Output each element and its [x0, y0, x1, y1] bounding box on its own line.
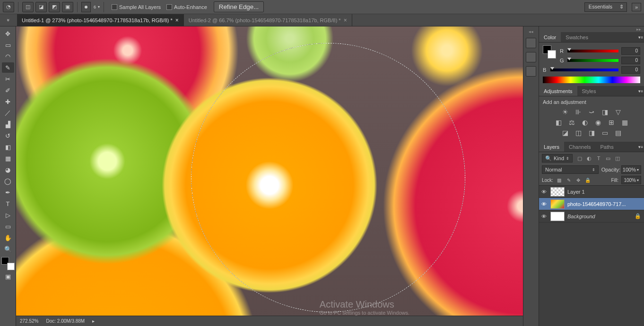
- canvas[interactable]: Activate Windows Go to PC settings to ac…: [16, 26, 523, 326]
- dodge-tool-icon[interactable]: ◯: [2, 176, 14, 186]
- close-icon[interactable]: ×: [344, 17, 347, 24]
- tool-preset-icon[interactable]: ◔: [3, 2, 14, 12]
- hand-tool-icon[interactable]: ✋: [2, 232, 14, 243]
- tab-color[interactable]: Color: [539, 32, 561, 42]
- color-swatch-tool[interactable]: [1, 257, 15, 270]
- selection-sub-icon[interactable]: ◩: [49, 2, 60, 12]
- blue-value[interactable]: 0: [621, 66, 640, 74]
- filter-pixel-icon[interactable]: ▢: [576, 155, 583, 162]
- actions-panel-icon[interactable]: [526, 66, 536, 77]
- brush-tool-icon[interactable]: ／: [2, 108, 14, 118]
- panel-menu-icon[interactable]: ▾≡: [637, 142, 644, 152]
- screen-mode-icon[interactable]: ▣: [2, 271, 14, 282]
- opacity-value[interactable]: 100%▾: [621, 165, 641, 174]
- visibility-icon[interactable]: 👁: [540, 201, 548, 207]
- layer-row[interactable]: 👁 Layer 1: [539, 186, 644, 198]
- layer-name[interactable]: Layer 1: [567, 189, 643, 195]
- layer-thumb[interactable]: [550, 187, 565, 197]
- tab-styles[interactable]: Styles: [577, 86, 601, 96]
- posterize-icon[interactable]: ◫: [574, 129, 583, 137]
- tab-overflow-icon[interactable]: [0, 14, 17, 26]
- lock-transparency-icon[interactable]: ▩: [556, 177, 563, 183]
- tab-swatches[interactable]: Swatches: [561, 32, 593, 42]
- crop-tool-icon[interactable]: ✂: [2, 74, 14, 84]
- zoom-tool-icon[interactable]: 🔍: [2, 244, 14, 254]
- layer-name[interactable]: Background: [567, 214, 632, 219]
- levels-icon[interactable]: ⊪: [574, 108, 583, 116]
- blue-slider[interactable]: [550, 68, 618, 72]
- move-tool-icon[interactable]: ✥: [2, 28, 14, 39]
- marquee-tool-icon[interactable]: ▭: [2, 40, 14, 50]
- filter-shape-icon[interactable]: ▭: [605, 155, 611, 162]
- selective-color-icon[interactable]: ▤: [613, 129, 623, 137]
- invert-icon[interactable]: ◪: [560, 129, 570, 137]
- lock-all-icon[interactable]: 🔒: [584, 177, 591, 183]
- fill-value[interactable]: 100%▾: [621, 176, 641, 184]
- zoom-level[interactable]: 272.52%: [20, 318, 38, 324]
- curves-icon[interactable]: ⤻: [587, 108, 596, 116]
- lock-pixels-icon[interactable]: ✎: [566, 177, 572, 183]
- close-icon[interactable]: ×: [175, 17, 179, 24]
- dock-collapse-icon[interactable]: ◂◂: [529, 29, 533, 34]
- visibility-icon[interactable]: 👁: [540, 214, 548, 219]
- path-select-tool-icon[interactable]: ▷: [2, 210, 14, 220]
- green-value[interactable]: 0: [621, 57, 640, 64]
- bw-icon[interactable]: ◐: [580, 118, 590, 127]
- brush-size-picker[interactable]: [81, 2, 91, 12]
- layer-thumb[interactable]: [550, 212, 565, 221]
- green-slider[interactable]: [567, 58, 618, 63]
- layer-thumb[interactable]: [550, 199, 565, 209]
- history-brush-tool-icon[interactable]: ↺: [2, 130, 14, 141]
- tab-channels[interactable]: Channels: [564, 142, 595, 152]
- pen-tool-icon[interactable]: ✒: [2, 187, 14, 197]
- visibility-icon[interactable]: 👁: [540, 189, 548, 195]
- brightness-icon[interactable]: ☀: [560, 108, 570, 116]
- hue-icon[interactable]: ◧: [554, 118, 563, 127]
- selection-add-icon[interactable]: ◪: [35, 2, 47, 12]
- stamp-tool-icon[interactable]: ▟: [2, 119, 14, 129]
- color-spectrum[interactable]: [543, 77, 640, 83]
- layer-row[interactable]: 👁 Background 🔒: [539, 210, 644, 223]
- color-swatch[interactable]: [543, 45, 556, 59]
- layer-row[interactable]: 👁 photo-1546548970-717...: [539, 198, 644, 210]
- eraser-tool-icon[interactable]: ◧: [2, 142, 14, 152]
- document-tab-1[interactable]: Untitled-1 @ 273% (photo-1546548970-7178…: [17, 14, 184, 26]
- type-tool-icon[interactable]: T: [2, 198, 14, 209]
- gradient-tool-icon[interactable]: ▦: [2, 153, 14, 163]
- sample-all-layers-checkbox[interactable]: Sample All Layers: [112, 4, 161, 10]
- shape-tool-icon[interactable]: ▭: [2, 221, 14, 232]
- channel-mixer-icon[interactable]: ⊞: [607, 118, 616, 127]
- selection-intersect-icon[interactable]: ▣: [62, 2, 73, 12]
- exposure-icon[interactable]: ◨: [600, 108, 609, 116]
- filter-smart-icon[interactable]: ◫: [614, 155, 621, 162]
- history-panel-icon[interactable]: [526, 38, 536, 48]
- refine-edge-button[interactable]: Refine Edge...: [214, 1, 264, 12]
- panel-menu-icon[interactable]: ▾≡: [637, 32, 644, 42]
- eyedropper-tool-icon[interactable]: ✐: [2, 85, 14, 95]
- properties-panel-icon[interactable]: [526, 52, 536, 62]
- threshold-icon[interactable]: ◨: [587, 129, 596, 137]
- gradient-map-icon[interactable]: ▭: [600, 129, 609, 137]
- lasso-tool-icon[interactable]: ◠: [2, 51, 14, 61]
- panel-collapse-icon[interactable]: ▸▸: [539, 26, 644, 32]
- lut-icon[interactable]: ▦: [620, 118, 629, 127]
- blend-mode-select[interactable]: Normal⇕: [542, 165, 599, 174]
- document-tab-2[interactable]: Untitled-2 @ 66.7% (photo-1546548970-717…: [184, 14, 352, 26]
- healing-tool-icon[interactable]: ✚: [2, 96, 14, 107]
- color-balance-icon[interactable]: ⚖: [567, 118, 576, 127]
- workspace-switcher[interactable]: Essentials: [584, 2, 627, 12]
- expand-panels-button[interactable]: »: [632, 3, 641, 11]
- layer-filter-kind[interactable]: 🔍Kind⇕: [542, 154, 573, 163]
- filter-adjust-icon[interactable]: ◐: [586, 155, 592, 162]
- red-value[interactable]: 0: [621, 47, 640, 55]
- photo-filter-icon[interactable]: ◉: [593, 118, 603, 127]
- vibrance-icon[interactable]: ▽: [613, 108, 623, 116]
- layer-name[interactable]: photo-1546548970-717...: [567, 201, 643, 207]
- status-expand-icon[interactable]: ▸: [92, 318, 95, 324]
- tab-paths[interactable]: Paths: [596, 142, 618, 152]
- selection-new-icon[interactable]: ◫: [22, 2, 34, 12]
- blur-tool-icon[interactable]: ◕: [2, 164, 14, 175]
- red-slider[interactable]: [567, 49, 618, 53]
- quick-select-tool-icon[interactable]: ✎: [2, 62, 14, 73]
- filter-type-icon[interactable]: T: [595, 155, 602, 162]
